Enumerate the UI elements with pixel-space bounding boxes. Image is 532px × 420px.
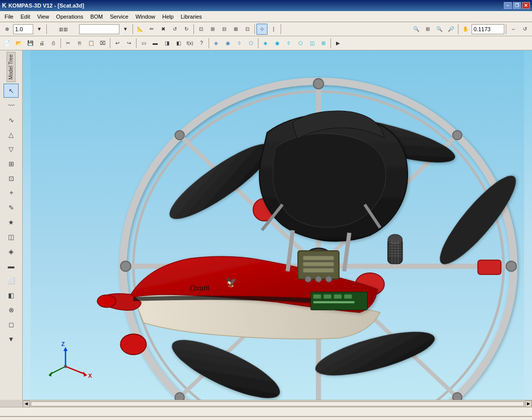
formula-btn[interactable]: f(x) — [184, 38, 195, 49]
menu-edit[interactable]: Edit — [17, 13, 34, 21]
display2-btn[interactable]: ◉ — [272, 38, 283, 49]
orient3-btn[interactable]: ⊟ — [219, 24, 230, 35]
zoom-in-btn[interactable]: 🔍 — [434, 24, 445, 35]
display3-btn[interactable]: ◊ — [283, 38, 294, 49]
sidebar-solid-btn[interactable]: ◈ — [4, 244, 19, 258]
cut-btn[interactable]: ✂ — [62, 38, 74, 49]
redo-btn[interactable]: ↪ — [123, 38, 135, 49]
sketch-new-btn[interactable]: 📐 — [135, 24, 146, 35]
copy-btn[interactable]: ⎘ — [74, 38, 85, 49]
sidebar-plane-btn[interactable]: ▬ — [4, 259, 19, 273]
hidden-btn[interactable]: ▬ — [150, 38, 161, 49]
scroll-track[interactable] — [31, 401, 524, 406]
zoom-region-btn[interactable]: 🔍 — [411, 24, 422, 35]
sidebar-star-btn[interactable]: ★ — [4, 215, 19, 229]
coord2-btn[interactable]: | — [268, 24, 279, 35]
coord-btn[interactable]: ⊹ — [256, 24, 268, 35]
title-bar-left: K KOMPAS-3D V12 - [Scat.a3d] — [2, 2, 84, 9]
help-btn[interactable]: ? — [196, 38, 207, 49]
close-button[interactable]: ✕ — [522, 2, 530, 9]
display6-btn[interactable]: ⊞ — [318, 38, 329, 49]
sidebar-nav-btn[interactable]: ◻ — [4, 317, 19, 331]
rotate2-btn[interactable]: ↻ — [181, 24, 192, 35]
new-doc-btn[interactable]: 📄 — [2, 38, 13, 49]
menu-file[interactable]: File — [1, 13, 17, 21]
open-btn[interactable]: 📂 — [13, 38, 24, 49]
svg-point-15 — [175, 130, 184, 139]
sidebar-sketch-btn[interactable]: 〰 — [4, 98, 19, 112]
zoom-fit-btn[interactable]: ⊞ — [422, 24, 433, 35]
3d-viewport[interactable]: Oxum 🦅 — [23, 50, 532, 400]
main-area: Model Tree ↖ 〰 ∿ △ ▽ ⊞ ⊡ ⌖ ✎ ★ ◫ ◈ ▬ ⬜ ◧… — [0, 50, 532, 400]
orient5-btn[interactable]: ⊡ — [242, 24, 253, 35]
display5-btn[interactable]: ◫ — [306, 38, 317, 49]
sidebar-layer-btn[interactable]: ◫ — [4, 230, 19, 244]
material-btn[interactable]: ▥▥ — [48, 24, 79, 35]
pan-btn[interactable]: ✋ — [460, 24, 471, 35]
restore-button[interactable]: ❐ — [513, 2, 521, 9]
wireframe-btn[interactable]: ▭ — [138, 38, 149, 49]
arrow-right-btn[interactable]: ▶ — [332, 38, 344, 49]
render4-btn[interactable]: ⬡ — [245, 38, 256, 49]
display1-btn[interactable]: ◈ — [260, 38, 271, 49]
scale-input[interactable] — [13, 24, 33, 34]
menu-operations[interactable]: Operations — [52, 13, 87, 21]
sidebar-curve-btn[interactable]: ∿ — [4, 113, 19, 127]
rotate-btn[interactable]: ↺ — [169, 24, 180, 35]
svg-point-44 — [325, 276, 331, 282]
rotate-3d2-btn[interactable]: ↺ — [519, 24, 530, 35]
move-tool-btn[interactable]: ⊕ — [2, 24, 13, 35]
sidebar-down-btn[interactable]: ▼ — [4, 332, 19, 346]
orient-btn[interactable]: ⊡ — [195, 24, 207, 35]
sidebar-section-btn[interactable]: ⌖ — [4, 186, 19, 200]
scroll-left-btn[interactable]: ◀ — [23, 400, 30, 407]
minimize-button[interactable]: − — [504, 2, 512, 9]
print-btn[interactable]: 🖨 — [36, 38, 47, 49]
scroll-right-btn[interactable]: ▶ — [525, 400, 532, 407]
horizontal-scrollbar[interactable]: ◀ ▶ — [23, 400, 532, 407]
sketch-close-btn[interactable]: ✖ — [158, 24, 169, 35]
shaded-btn[interactable]: ◨ — [161, 38, 172, 49]
menu-help[interactable]: Help — [159, 13, 177, 21]
menu-service[interactable]: Service — [106, 13, 132, 21]
sidebar-filter-btn[interactable]: ▽ — [4, 142, 19, 156]
render2-btn[interactable]: ◉ — [222, 38, 233, 49]
render3-btn[interactable]: ◊ — [234, 38, 245, 49]
sidebar-measure-btn[interactable]: ⊡ — [4, 171, 19, 185]
title-bar-controls[interactable]: − ❐ ✕ — [504, 2, 530, 9]
menu-window[interactable]: Window — [132, 13, 159, 21]
shaded2-btn[interactable]: ◧ — [173, 38, 184, 49]
display4-btn[interactable]: ⬡ — [295, 38, 306, 49]
paste-btn[interactable]: 📋 — [86, 38, 97, 49]
sep12 — [258, 38, 258, 48]
zoom-value-input[interactable] — [472, 24, 504, 34]
sketch-edit-btn[interactable]: ✏ — [146, 24, 157, 35]
sidebar-3d-btn[interactable]: △ — [4, 127, 19, 142]
svg-point-16 — [453, 130, 462, 139]
print2-btn[interactable]: ⎙ — [48, 38, 59, 49]
rotate-3d-btn[interactable]: ↔ — [508, 24, 519, 35]
orient4-btn[interactable]: ⊠ — [230, 24, 241, 35]
sidebar-edit-btn[interactable]: ✎ — [4, 200, 19, 215]
material-combo-btn[interactable]: ▼ — [120, 24, 131, 35]
orient2-btn[interactable]: ⊞ — [207, 24, 218, 35]
format-btn[interactable]: ⌧ — [97, 38, 108, 49]
material-input[interactable] — [79, 24, 119, 34]
sidebar-bend-btn[interactable]: ◧ — [4, 288, 19, 302]
scale-down-btn[interactable]: ▼ — [34, 24, 45, 35]
sidebar-grid-btn[interactable]: ⊞ — [4, 157, 19, 171]
menu-bom[interactable]: BOM — [87, 13, 106, 21]
undo-btn[interactable]: ↩ — [112, 38, 123, 49]
sidebar-weld-btn[interactable]: ⊗ — [4, 303, 19, 317]
model-tree-tab[interactable]: Model Tree — [7, 52, 16, 82]
sidebar-cube-btn[interactable]: ⬜ — [4, 273, 19, 288]
render1-btn[interactable]: ◈ — [211, 38, 222, 49]
svg-point-31 — [120, 334, 146, 355]
svg-point-70 — [64, 365, 67, 368]
zoom-out-btn[interactable]: 🔎 — [445, 24, 456, 35]
save-btn[interactable]: 💾 — [25, 38, 36, 49]
svg-point-11 — [313, 79, 323, 89]
menu-view[interactable]: View — [34, 13, 53, 21]
menu-libraries[interactable]: Libraries — [177, 13, 206, 21]
sidebar-select-btn[interactable]: ↖ — [4, 84, 19, 98]
